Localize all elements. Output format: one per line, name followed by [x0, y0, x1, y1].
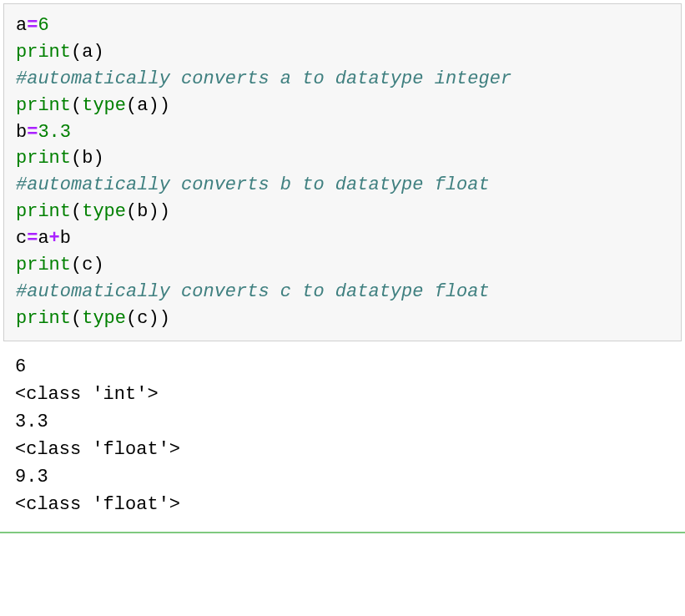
output-line: 6: [15, 353, 670, 381]
assign-op: =: [27, 15, 38, 36]
arg: c: [137, 308, 148, 329]
assign-op: =: [27, 122, 38, 143]
paren-open: (: [71, 148, 82, 169]
output-cell: 6 <class 'int'> 3.3 <class 'float'> 9.3 …: [0, 341, 685, 530]
paren-open: (: [71, 308, 82, 329]
code-input-cell: a=6 print(a) #automatically converts a t…: [3, 3, 682, 341]
code-line: #automatically converts a to datatype in…: [16, 66, 669, 93]
arg: a: [82, 42, 93, 63]
comment: #automatically converts a to datatype in…: [16, 68, 511, 89]
print-call: print: [16, 201, 71, 222]
paren-close: ): [93, 148, 103, 169]
variable-a: a: [16, 15, 27, 36]
paren-open: (: [126, 308, 137, 329]
code-line: print(type(b)): [16, 199, 669, 225]
output-line: <class 'float'>: [15, 491, 670, 518]
paren-close: ): [93, 42, 103, 63]
number-literal: 3.3: [38, 122, 71, 143]
print-call: print: [16, 148, 71, 169]
code-line: print(type(c)): [16, 305, 669, 332]
paren-open: (: [71, 255, 82, 275]
variable-a: a: [38, 228, 48, 249]
code-line: print(b): [16, 145, 669, 172]
output-line: 9.3: [15, 463, 670, 491]
print-call: print: [16, 255, 71, 275]
arg: b: [137, 201, 148, 222]
comment: #automatically converts b to datatype fl…: [16, 174, 490, 195]
paren-close: ): [159, 95, 170, 116]
code-line: print(c): [16, 252, 669, 279]
print-call: print: [16, 42, 71, 63]
paren-close: ): [93, 255, 103, 275]
output-line: <class 'float'>: [15, 436, 670, 463]
paren-close: ): [148, 95, 159, 116]
paren-close: ): [159, 308, 170, 329]
code-line: c=a+b: [16, 225, 669, 252]
assign-op: =: [27, 228, 38, 249]
paren-open: (: [71, 42, 82, 63]
type-call: type: [82, 201, 126, 222]
arg: a: [137, 95, 148, 116]
paren-close: ): [148, 201, 159, 222]
output-line: 3.3: [15, 408, 670, 436]
number-literal: 6: [38, 15, 48, 36]
paren-close: ): [148, 308, 159, 329]
type-call: type: [82, 308, 126, 329]
variable-b: b: [60, 228, 71, 249]
type-call: type: [82, 95, 126, 116]
paren-open: (: [126, 95, 137, 116]
paren-open: (: [71, 95, 82, 116]
code-line: #automatically converts c to datatype fl…: [16, 279, 669, 305]
divider: [0, 532, 685, 533]
code-line: b=3.3: [16, 119, 669, 146]
print-call: print: [16, 95, 71, 116]
plus-op: +: [49, 228, 60, 249]
output-line: <class 'int'>: [15, 381, 670, 408]
print-call: print: [16, 308, 71, 329]
arg: c: [82, 255, 93, 275]
variable-c: c: [16, 228, 27, 249]
code-line: a=6: [16, 13, 669, 39]
comment: #automatically converts c to datatype fl…: [16, 281, 490, 302]
paren-open: (: [126, 201, 137, 222]
code-line: print(a): [16, 39, 669, 66]
paren-open: (: [71, 201, 82, 222]
code-line: #automatically converts b to datatype fl…: [16, 172, 669, 199]
variable-b: b: [16, 122, 27, 143]
paren-close: ): [159, 201, 170, 222]
arg: b: [82, 148, 93, 169]
code-line: print(type(a)): [16, 93, 669, 119]
